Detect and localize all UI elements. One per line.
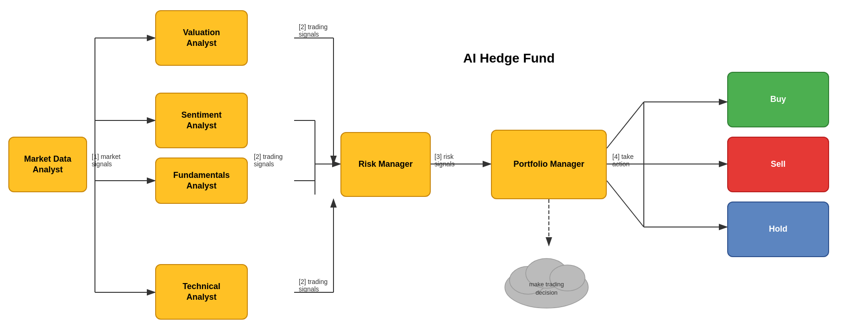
risk-manager-label: Risk Manager xyxy=(359,159,413,170)
trading-signals-left-label: [2] trading signals xyxy=(254,153,283,168)
market-signals-label: [1] market signals xyxy=(92,153,120,168)
sentiment-analyst-label: Sentiment Analyst xyxy=(181,110,221,132)
valuation-analyst-node: Valuation Analyst xyxy=(155,10,248,66)
portfolio-manager-node: Portfolio Manager xyxy=(491,130,607,199)
technical-analyst-label: Technical Analyst xyxy=(182,281,220,303)
buy-node: Buy xyxy=(727,72,829,127)
svg-text:decision: decision xyxy=(535,289,558,296)
hold-label: Hold xyxy=(769,224,787,234)
market-data-analyst-label: Market Data Analyst xyxy=(24,154,71,176)
fundamentals-analyst-label: Fundamentals Analyst xyxy=(173,170,230,192)
valuation-analyst-label: Valuation Analyst xyxy=(183,27,220,49)
hold-node: Hold xyxy=(727,202,829,257)
fundamentals-analyst-node: Fundamentals Analyst xyxy=(155,158,248,204)
portfolio-manager-label: Portfolio Manager xyxy=(513,159,584,170)
buy-label: Buy xyxy=(770,94,786,105)
svg-line-24 xyxy=(607,181,644,227)
svg-line-21 xyxy=(607,102,644,148)
risk-manager-node: Risk Manager xyxy=(340,132,431,197)
take-action-label: [4] take action xyxy=(612,153,634,168)
trading-signals-top-label: [2] trading signals xyxy=(299,23,327,38)
svg-text:make trading: make trading xyxy=(529,281,564,288)
risk-signals-label: [3] risk signals xyxy=(434,153,455,168)
trading-signals-bottom-label: [2] trading signals xyxy=(299,278,327,293)
trading-decision-cloud: make trading decision xyxy=(496,241,598,310)
sell-label: Sell xyxy=(771,159,786,170)
sentiment-analyst-node: Sentiment Analyst xyxy=(155,93,248,148)
sell-node: Sell xyxy=(727,137,829,192)
market-data-analyst-node: Market Data Analyst xyxy=(8,137,87,192)
technical-analyst-node: Technical Analyst xyxy=(155,264,248,320)
page-title: AI Hedge Fund xyxy=(463,51,555,66)
